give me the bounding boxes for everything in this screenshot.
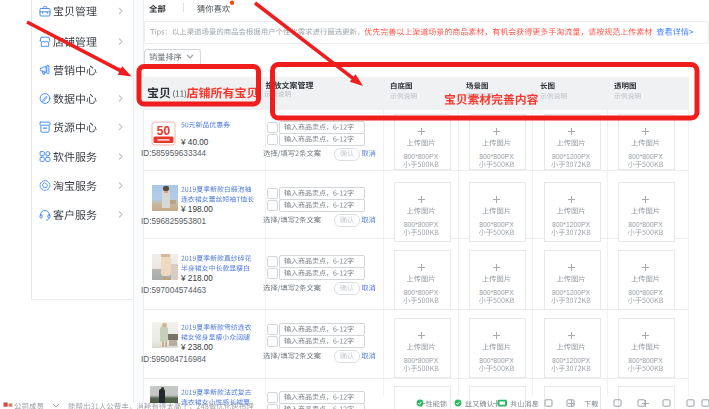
svg-text:50: 50	[157, 124, 171, 138]
